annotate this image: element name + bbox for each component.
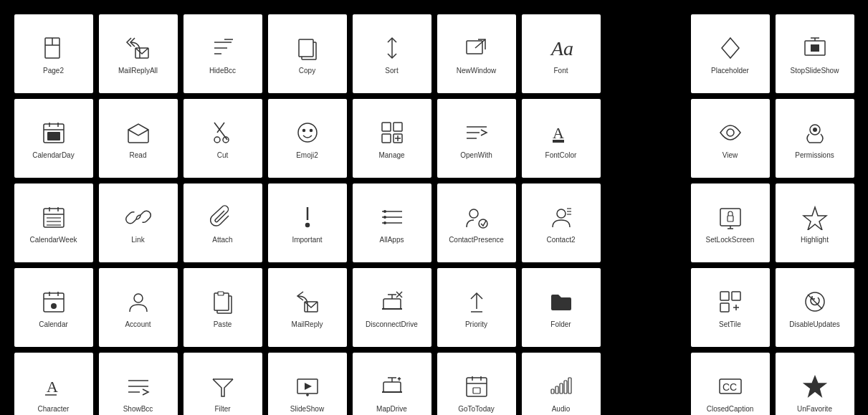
icon-tile-sort[interactable]: Sort (353, 14, 431, 93)
audio-label: Audio (552, 405, 571, 414)
icon-tile-mail-reply[interactable]: MailReply (268, 268, 347, 347)
hide-bcc-icon (209, 34, 237, 62)
icon-tile-read[interactable]: Read (99, 99, 178, 178)
icon-tile-all-apps[interactable]: AllApps (353, 183, 431, 262)
icon-tile-set-tile[interactable]: SetTile (691, 268, 770, 347)
svg-rect-16 (811, 44, 819, 52)
icon-tile-paste[interactable]: Paste (183, 268, 262, 347)
icon-tile-permissions[interactable]: Permissions (776, 99, 854, 178)
icon-tile-mail-reply-all[interactable]: MailReplyAll (99, 14, 178, 93)
icon-tile-new-window[interactable]: NewWindow (437, 14, 516, 93)
character-icon: A (39, 372, 68, 401)
icon-tile-go-to-today[interactable]: GoToToday (437, 353, 516, 415)
icon-tile-important[interactable]: Important (268, 183, 347, 262)
important-icon (293, 203, 322, 232)
icon-tile-folder[interactable]: Folder (522, 268, 601, 347)
icon-tile-font-color[interactable]: AFontColor (522, 99, 601, 178)
icon-tile-calendar[interactable]: Calendar (14, 268, 93, 347)
icon-tile-font[interactable]: AaFont (522, 14, 601, 93)
icon-tile-set-lock-screen[interactable]: SetLockScreen (691, 183, 770, 262)
svg-point-56 (383, 210, 386, 213)
mail-reply-all-icon (124, 34, 153, 62)
svg-rect-39 (553, 140, 564, 143)
filter-icon (209, 372, 237, 401)
map-drive-icon (378, 372, 406, 401)
icon-tile-open-with[interactable]: OpenWith (437, 99, 516, 178)
icon-tile-unfavorite[interactable]: UnFavorite (776, 353, 854, 415)
icon-tile-filter[interactable]: Filter (183, 353, 262, 415)
svg-rect-31 (382, 134, 391, 143)
set-tile-label: SetTile (719, 320, 741, 329)
icon-tile-closed-caption[interactable]: CCClosedCaption (691, 353, 770, 415)
icon-tile-placeholder[interactable]: Placeholder (691, 14, 770, 93)
icon-tile-highlight[interactable]: Highlight (776, 183, 854, 262)
icon-tile-disable-updates[interactable]: DisableUpdates (776, 268, 854, 347)
folder-icon (547, 287, 576, 316)
svg-rect-118 (568, 378, 571, 393)
attach-label: Attach (212, 236, 232, 244)
contact-presence-icon (462, 203, 491, 232)
svg-text:A: A (553, 124, 564, 142)
icon-tile-priority[interactable]: Priority (437, 268, 516, 347)
svg-rect-29 (382, 123, 391, 131)
icon-tile-contact2[interactable]: Contact2 (522, 183, 601, 262)
svg-rect-30 (394, 123, 402, 131)
icon-tile-account[interactable]: Account (99, 268, 178, 347)
icon-tile-calendar-day[interactable]: CalendarDay (14, 99, 93, 178)
placeholder-label: Placeholder (711, 67, 749, 75)
icon-tile-hide-bcc[interactable]: HideBcc (183, 14, 262, 93)
icon-tile-audio[interactable]: Audio (522, 353, 601, 415)
icon-tile-disconnect-drive[interactable]: DisconnectDrive (353, 268, 431, 347)
font-color-label: FontColor (545, 151, 577, 160)
mail-reply-icon (293, 287, 322, 316)
icon-tile-page2[interactable]: Page2 (14, 14, 93, 93)
svg-point-75 (134, 294, 143, 302)
account-icon (124, 287, 153, 316)
icon-tile-calendar-week[interactable]: CalendarWeek (14, 183, 93, 262)
icon-tile-show-bcc[interactable]: ShowBcc (99, 353, 178, 415)
page2-label: Page2 (43, 67, 64, 75)
contact2-icon (547, 203, 576, 232)
icon-tile-cut[interactable]: Cut (183, 99, 262, 178)
stop-slideshow-icon (801, 34, 829, 62)
icon-tile-copy[interactable]: Copy (268, 14, 347, 93)
audio-icon (547, 372, 576, 401)
svg-point-74 (51, 303, 57, 309)
icon-tile-emoji2[interactable]: Emoji2 (268, 99, 347, 178)
mail-reply-all-label: MailReplyAll (118, 67, 158, 75)
svg-text:Aa: Aa (550, 37, 573, 59)
icon-tile-stop-slideshow[interactable]: StopSlideShow (776, 14, 854, 93)
icon-tile-character[interactable]: ACharacter (14, 353, 93, 415)
empty-cell-8-5 (606, 353, 685, 415)
icon-tile-contact-presence[interactable]: ContactPresence (437, 183, 516, 262)
permissions-icon (801, 118, 829, 147)
svg-marker-69 (803, 207, 826, 230)
placeholder-icon (716, 34, 745, 62)
empty-cell-8-3 (606, 183, 685, 262)
disconnect-drive-label: DisconnectDrive (366, 320, 418, 329)
svg-point-28 (310, 130, 312, 132)
empty-cell-8-1 (606, 14, 685, 93)
svg-point-24 (214, 137, 220, 143)
font-icon: Aa (547, 34, 576, 62)
open-with-label: OpenWith (460, 151, 492, 160)
svg-point-52 (305, 224, 309, 227)
icon-tile-attach[interactable]: Attach (183, 183, 262, 262)
emoji2-label: Emoji2 (296, 151, 318, 160)
calendar-day-icon (39, 118, 68, 147)
icon-tile-link[interactable]: Link (99, 183, 178, 262)
view-label: View (722, 151, 738, 160)
svg-rect-21 (47, 132, 60, 140)
svg-text:CC: CC (722, 381, 737, 393)
icon-tile-map-drive[interactable]: MapDrive (353, 353, 431, 415)
svg-rect-8 (299, 39, 313, 57)
svg-rect-119 (551, 389, 554, 393)
svg-point-61 (557, 209, 566, 218)
filter-label: Filter (214, 405, 230, 414)
icon-tile-manage[interactable]: Manage (353, 99, 431, 178)
icon-tile-view[interactable]: View (691, 99, 770, 178)
svg-point-43 (813, 128, 817, 132)
unfavorite-icon (801, 372, 829, 401)
icon-tile-slideshow[interactable]: SlideShow (268, 353, 347, 415)
attach-icon (209, 203, 237, 232)
